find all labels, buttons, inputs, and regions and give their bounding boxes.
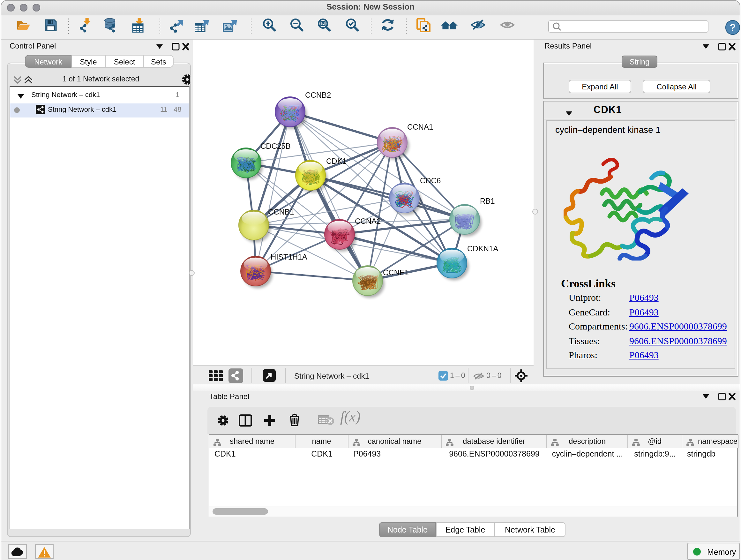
svg-text:CCNE1: CCNE1 [383, 268, 409, 277]
svg-text:CCNB2: CCNB2 [305, 91, 331, 99]
svg-text:HIST1H1A: HIST1H1A [271, 253, 307, 261]
svg-text:CDC25B: CDC25B [260, 142, 291, 150]
svg-text:CDKN1A: CDKN1A [467, 244, 498, 253]
svg-text:CDK1: CDK1 [326, 157, 347, 165]
svg-text:RB1: RB1 [480, 197, 495, 205]
svg-text:1 of 1 Network selected: 1 of 1 Network selected [63, 75, 139, 83]
svg-text:CCNA2: CCNA2 [355, 217, 381, 226]
svg-text:CCNB1: CCNB1 [268, 207, 294, 216]
svg-text:CDC6: CDC6 [420, 176, 441, 185]
svg-text:?: ? [730, 22, 736, 33]
svg-text:CCNA1: CCNA1 [407, 123, 433, 131]
